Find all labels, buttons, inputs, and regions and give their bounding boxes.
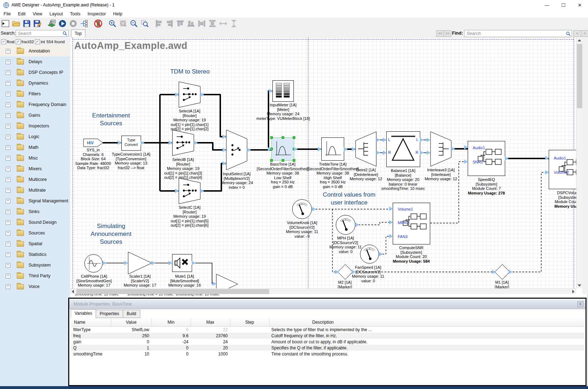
expand-icon[interactable]: + — [6, 274, 10, 278]
sidebar-folder-statistics[interactable]: +Statistics — [0, 249, 70, 260]
save-as-icon[interactable] — [33, 19, 42, 28]
expand-icon[interactable]: + — [6, 199, 10, 203]
expand-icon[interactable]: + — [6, 156, 10, 161]
sidebar-folder-inspectors[interactable]: +Inspectors — [0, 121, 70, 131]
block-type-conversion[interactable]: TypeConvert — [121, 136, 141, 151]
col-step[interactable]: Step — [230, 318, 269, 327]
sidebar-folder-gains[interactable]: +Gains — [0, 110, 70, 121]
align-top-icon[interactable] — [176, 19, 185, 28]
pin-out[interactable] — [420, 138, 424, 142]
close-button[interactable]: ✕ — [572, 0, 588, 10]
expand-icon[interactable]: + — [6, 135, 10, 139]
zoom-out-icon[interactable] — [129, 19, 139, 28]
col-name[interactable]: Name — [71, 318, 111, 327]
sidebar-folder-delays[interactable]: +Delays — [0, 56, 70, 67]
pin-out[interactable] — [192, 261, 196, 265]
expand-icon[interactable]: + — [6, 242, 10, 246]
sidebar-folder-sinks[interactable]: +Sinks — [0, 206, 70, 217]
int-checkbox[interactable]: ✓ — [35, 39, 40, 44]
sidebar-folder-annotation[interactable]: +Annotation — [0, 46, 70, 56]
scroll-left-arrow[interactable] — [70, 289, 76, 294]
sidebar-folder-filters[interactable]: +Filters — [0, 89, 70, 99]
pin-out[interactable] — [247, 148, 251, 152]
sidebar-folder-dsp-concepts-ip[interactable]: +DSP Concepts IP — [0, 67, 70, 78]
variable-row-smoothingTime[interactable]: smoothingTime1001000Time constant of the… — [71, 351, 584, 357]
block-fan-speed[interactable] — [360, 244, 380, 264]
sidebar-folder-dynamics[interactable]: +Dynamics — [0, 78, 70, 89]
col-min[interactable]: Min — [151, 318, 191, 327]
block-cell-phone[interactable] — [84, 254, 103, 273]
open-file-icon[interactable] — [11, 19, 21, 28]
expand-icon[interactable]: + — [6, 209, 10, 214]
scroll-right-arrow[interactable] — [571, 289, 576, 294]
block-speed-eq[interactable]: Audio1 SNR2 — [468, 141, 505, 176]
pin-out[interactable] — [420, 151, 424, 155]
col-description[interactable]: Description — [269, 318, 584, 327]
variable-row-freq[interactable]: freq2509.623760Cutoff frequency of the f… — [71, 333, 584, 339]
minimize-button[interactable]: — — [539, 0, 555, 10]
pin-out[interactable] — [141, 141, 145, 145]
block-dspc-volume[interactable]: Audio1 Volume2 — [549, 150, 576, 189]
align-bottom-icon[interactable] — [186, 19, 196, 28]
save-icon[interactable] — [22, 19, 31, 28]
sidebar-folder-misc[interactable]: +Misc — [0, 153, 70, 163]
sidebar-folder-third-party[interactable]: +Third Party — [0, 271, 70, 281]
vscroll-thumb[interactable] — [577, 44, 582, 108]
menu-inspector[interactable]: Inspector — [84, 11, 109, 16]
block-deint2[interactable] — [355, 131, 377, 167]
col-max[interactable]: Max — [191, 318, 230, 327]
canvas-vscrollbar[interactable] — [576, 37, 583, 288]
expand-icon[interactable]: + — [6, 92, 10, 96]
zoom-region-icon[interactable] — [140, 19, 149, 28]
hscroll-thumb[interactable] — [76, 289, 269, 294]
block-volume-knob[interactable] — [292, 199, 312, 219]
block-select-a[interactable] — [179, 81, 201, 108]
expand-icon[interactable]: + — [6, 70, 10, 75]
new-canvas-icon[interactable] — [1, 19, 10, 28]
expand-icon[interactable]: + — [6, 145, 10, 150]
run-icon[interactable] — [58, 19, 67, 28]
menu-layout[interactable]: Layout — [46, 11, 67, 16]
sidebar-folder-signal-management[interactable]: +Signal Management — [0, 196, 70, 206]
fract32-checkbox[interactable]: ✓ — [16, 39, 21, 44]
pin-out[interactable] — [505, 156, 509, 161]
align-right-icon[interactable] — [165, 19, 174, 28]
expand-icon[interactable]: + — [6, 188, 10, 193]
sidebar-folder-logic[interactable]: +Logic — [0, 131, 70, 142]
expand-icon[interactable]: + — [6, 102, 10, 107]
expand-icon[interactable]: + — [6, 113, 10, 118]
block-treble-tone[interactable] — [321, 137, 344, 161]
maximize-button[interactable]: ☐ — [555, 0, 572, 10]
expand-icon[interactable]: + — [6, 60, 10, 64]
expand-icon[interactable]: + — [6, 167, 10, 171]
pin-out[interactable] — [451, 147, 455, 151]
expand-icon[interactable]: + — [6, 124, 10, 128]
block-select-b[interactable] — [172, 130, 194, 156]
expand-icon[interactable]: + — [6, 49, 10, 54]
pin-out[interactable] — [200, 189, 204, 193]
design-canvas[interactable]: AutoAmp_Example.awd TDM to Stereo Entert… — [70, 37, 576, 288]
align-left-icon[interactable] — [154, 19, 164, 28]
sidebar-folder-multicore[interactable]: +Multicore — [0, 174, 70, 185]
pin-out[interactable] — [509, 270, 513, 274]
canvas-hscrollbar[interactable] — [70, 288, 576, 294]
pin-out[interactable] — [294, 147, 298, 151]
block-select-c[interactable] — [179, 178, 201, 204]
menu-view[interactable]: View — [29, 11, 46, 16]
expand-icon[interactable]: + — [6, 81, 10, 86]
pin-out[interactable] — [151, 261, 155, 265]
block-mph[interactable] — [336, 215, 356, 235]
expand-icon[interactable]: + — [6, 220, 10, 225]
tab-build[interactable]: Build — [123, 310, 140, 318]
same-height-icon[interactable] — [229, 19, 238, 28]
tab-variables[interactable]: Variables — [71, 309, 96, 318]
panel-title-bar[interactable]: Module Properties: BassTone x — [69, 299, 586, 309]
sidebar-folder-multirate[interactable]: +Multirate — [0, 185, 70, 196]
sidebar-folder-mixers[interactable]: +Mixers — [0, 163, 70, 174]
menu-help[interactable]: Help — [110, 11, 126, 16]
block-interleave3[interactable] — [430, 131, 452, 167]
stop-icon[interactable] — [69, 19, 78, 28]
sidebar-folder-sources[interactable]: +Sources — [0, 228, 70, 238]
sidebar-folder-spatial[interactable]: +Spatial — [0, 238, 70, 249]
tab-properties[interactable]: Properties — [96, 310, 123, 318]
